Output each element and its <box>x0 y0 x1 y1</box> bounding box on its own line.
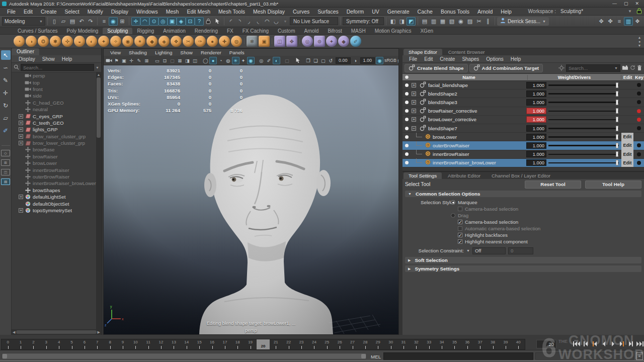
symmetry-selector[interactable]: Symmetry: Off <box>343 17 384 25</box>
frame-33[interactable]: 33 <box>423 339 435 349</box>
frame-7[interactable]: 7 <box>91 339 104 349</box>
frame-9[interactable]: 9 <box>116 339 129 349</box>
close-button[interactable]: ✕ <box>635 1 639 6</box>
frame-19[interactable]: 19 <box>244 339 257 349</box>
slider-handle[interactable] <box>616 134 618 140</box>
shelf-tool-shape-split[interactable]: ◆ <box>338 36 349 47</box>
visibility-toggle[interactable] <box>403 161 411 164</box>
weight-value-field[interactable]: 1.000 <box>526 99 546 106</box>
section-symmetry-settings[interactable]: ▶Symmetry Settings <box>405 265 641 272</box>
shelf-tab-custom[interactable]: Custom <box>273 28 299 34</box>
new-folder-icon[interactable] <box>622 65 628 71</box>
frame-13[interactable]: 13 <box>168 339 180 349</box>
shelf-tool-foamy-tool[interactable]: ✦ <box>98 36 109 47</box>
key-dot[interactable] <box>637 92 641 96</box>
shape-row-facial_blendshape[interactable]: +facial_blendshape1.000 <box>403 81 644 89</box>
menu-display[interactable]: Display <box>107 9 132 15</box>
lasso-tool[interactable]: ∽ <box>1 63 11 72</box>
weight-slider[interactable] <box>547 107 621 115</box>
viewport-menu-panels[interactable]: Panels <box>226 50 248 55</box>
shape-row-innerBrowRaiser[interactable]: innerBrowRaiser1.000Edit <box>403 150 644 159</box>
construction-history-icon[interactable]: ◞ <box>245 17 254 26</box>
viewport-menu-show[interactable]: Show <box>177 50 196 55</box>
viewport-menu-view[interactable]: View <box>107 50 124 55</box>
menu-surfaces[interactable]: Surfaces <box>313 9 342 15</box>
open-render-view-icon[interactable]: ◧ <box>388 17 397 26</box>
live-surface-selector[interactable]: No Live Surface <box>290 17 338 25</box>
weight-value-field[interactable]: 1.000 <box>526 159 546 166</box>
menu-file[interactable]: File <box>3 9 20 15</box>
expand-icon[interactable]: + <box>19 127 23 132</box>
shelf-tool-freeze-selection[interactable]: ❄ <box>247 36 258 47</box>
step-forward-key-button[interactable] <box>618 339 626 348</box>
add-combination-target-button[interactable]: Add Combination Target <box>469 64 543 72</box>
weight-slider[interactable] <box>547 159 621 166</box>
outliner-item-neutral[interactable]: neutral <box>12 106 101 113</box>
shelf-tool-flatten-tool[interactable]: ◐ <box>86 36 97 47</box>
frame-31[interactable]: 31 <box>397 339 410 349</box>
view-transform-value[interactable]: sRGB gamma <box>384 58 398 63</box>
frame-18[interactable]: 18 <box>231 339 244 349</box>
attribute-editor-toggle-icon[interactable]: ▥ <box>624 17 633 26</box>
menu-arnold[interactable]: Arnold <box>473 9 497 15</box>
selection-constraint-extra[interactable]: 0 <box>508 247 533 254</box>
shelf-tool-freeze-tool[interactable]: ◍ <box>231 36 242 47</box>
outliner-item-defaultLightSet[interactable]: +defaultLightSet <box>12 194 101 200</box>
shape-row-outerBrowRaiser[interactable]: outerBrowRaiser1.000Edit <box>403 141 644 150</box>
snapshot-icon[interactable]: ▢ <box>319 57 327 64</box>
sculpt-brush-tool[interactable]: ✐ <box>1 126 11 135</box>
outliner-item-lights_GRP[interactable]: +lights_GRP <box>12 126 101 133</box>
section-soft-selection[interactable]: ▶Soft Selection <box>405 257 641 263</box>
character-controls-toggle-icon[interactable]: ✤ <box>606 17 615 26</box>
outliner-menu-show[interactable]: Show <box>39 56 58 62</box>
slider-handle[interactable] <box>616 108 618 114</box>
filter-icon[interactable] <box>558 65 565 72</box>
chevron-down-icon[interactable]: ▼ <box>466 249 470 252</box>
render-sequence-icon[interactable]: ▦ <box>438 17 447 26</box>
shaded-icon[interactable]: ● <box>209 57 217 64</box>
shape-row-blendShape3[interactable]: +blendShape31.000 <box>403 98 644 107</box>
outliner-item-browLower[interactable]: browLower <box>12 160 101 166</box>
frame-8[interactable]: 8 <box>104 339 116 349</box>
view-transform-icon[interactable]: ◉ <box>376 57 383 64</box>
select-component-icon[interactable]: ⊞ <box>118 17 127 26</box>
step-back-frame-button[interactable] <box>582 339 590 348</box>
layout-four-pane[interactable]: ⊞ <box>1 159 10 166</box>
refresh-icon[interactable] <box>630 65 635 71</box>
pause-icon[interactable]: ∥ <box>484 17 493 26</box>
shelf-tool-sculpt-panel[interactable]: ▣ <box>259 36 270 47</box>
launch-render-icon[interactable]: ▨ <box>465 17 474 26</box>
deformer-history-icon[interactable]: ◡ <box>272 17 281 26</box>
grid-toggle-icon[interactable]: ⊞ <box>143 57 150 64</box>
checkbox-icon[interactable] <box>458 207 462 211</box>
weight-value-field[interactable]: 1.000 <box>526 134 546 140</box>
frame-32[interactable]: 32 <box>410 339 423 349</box>
open-scene-icon[interactable]: ▱ <box>59 17 68 26</box>
outliner-vertical-scrollbar[interactable]: ▲ <box>96 72 101 329</box>
frame-27[interactable]: 27 <box>346 339 359 349</box>
shelf-tab-bifrost[interactable]: Bifrost <box>323 28 346 34</box>
go-to-end-button[interactable] <box>636 339 644 348</box>
scale-tool[interactable]: ▱ <box>1 113 11 123</box>
visibility-toggle[interactable] <box>403 152 411 156</box>
minimize-button[interactable]: — <box>612 1 617 6</box>
expand-icon[interactable]: + <box>19 141 23 145</box>
frame-21[interactable]: 21 <box>270 339 282 349</box>
field-chart-icon[interactable]: ⊠ <box>176 57 184 64</box>
expand-icon[interactable]: + <box>19 195 23 199</box>
outliner-item-persp[interactable]: persp <box>12 72 101 79</box>
frame-10[interactable]: 10 <box>129 339 142 349</box>
go-to-start-button[interactable] <box>573 339 581 348</box>
object-details-icon[interactable] <box>294 57 301 64</box>
frame-29[interactable]: 29 <box>372 339 384 349</box>
frame-23[interactable]: 23 <box>295 339 307 349</box>
option-drag[interactable]: Drag <box>403 212 644 219</box>
snap-to-projected-center-icon[interactable]: ◎ <box>158 17 168 26</box>
shape-row-blendShape2[interactable]: +blendShape21.000 <box>403 89 644 98</box>
shelf-tool-pose-tool[interactable]: ✥ <box>286 36 297 47</box>
tab-channel-box-layer-editor[interactable]: Channel Box / Layer Editor <box>487 172 555 179</box>
shelf-tool-knife-tool[interactable]: ✂ <box>183 36 194 47</box>
isolate-select-icon[interactable]: ◐ <box>273 57 280 64</box>
shape-editor-menu-create[interactable]: Create <box>436 56 458 62</box>
key-dot[interactable] <box>637 152 641 156</box>
